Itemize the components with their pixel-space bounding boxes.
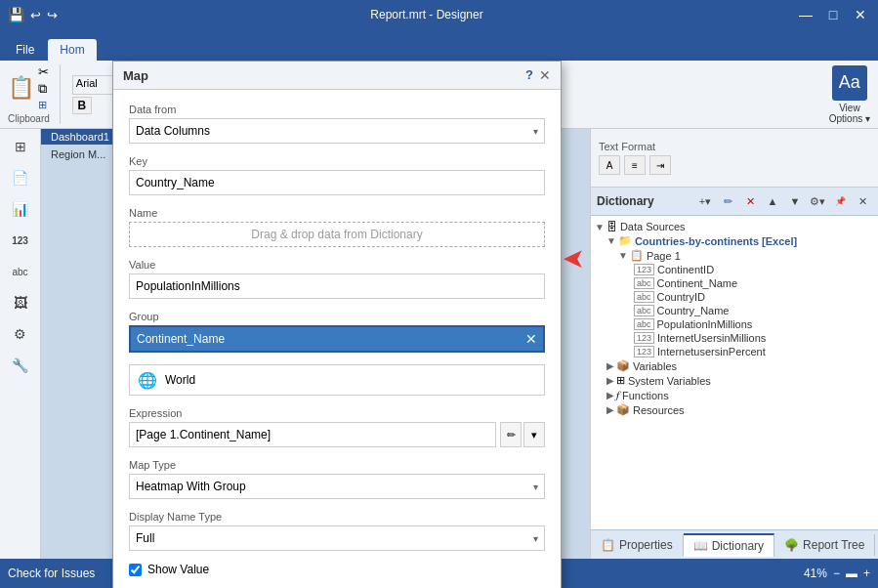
value-label: Value xyxy=(129,259,545,271)
tab-home[interactable]: Hom xyxy=(48,39,96,61)
name-placeholder: Drag & drop data from Dictionary xyxy=(251,228,422,241)
report-tree-icon: 🌳 xyxy=(784,538,799,552)
tree-item-field-continentname[interactable]: abc Continent_Name xyxy=(591,276,878,290)
left-sidebar: ⊞ 📄 📊 123 abc 🖼 ⚙ 🔧 xyxy=(0,129,41,559)
modal-close-button[interactable]: ✕ xyxy=(539,67,551,83)
dict-edit-button[interactable]: ✏ xyxy=(718,191,737,211)
dict-pin-button[interactable]: 📌 xyxy=(830,191,850,211)
sidebar-icon-grid[interactable]: ⊞ xyxy=(5,133,36,160)
tree-label-continentname: Continent_Name xyxy=(657,277,738,289)
data-from-value: Data Columns xyxy=(136,124,210,138)
dict-add-button[interactable]: +▾ xyxy=(695,191,715,211)
key-row: Key xyxy=(129,155,545,195)
expression-buttons: ✏ ▾ xyxy=(500,422,545,447)
undo-icon[interactable]: ↩ xyxy=(30,8,41,22)
tree-item-sysvariables[interactable]: ▶ ⊞ System Variables xyxy=(591,373,878,388)
tree-item-field-internetusers[interactable]: 123 InternetUsersinMillions xyxy=(591,331,878,345)
cut-button[interactable]: ✂ xyxy=(38,64,49,79)
data-from-select[interactable]: Data Columns ▾ xyxy=(129,118,545,144)
format-painter-button[interactable]: ⊞ xyxy=(38,99,49,111)
sidebar-icon-number[interactable]: 123 xyxy=(5,227,36,254)
modal-title: Map xyxy=(123,68,148,83)
sidebar-icon-chart[interactable]: 📊 xyxy=(5,195,36,223)
group-clear-button[interactable]: ✕ xyxy=(525,331,537,347)
expression-dropdown-button[interactable]: ▾ xyxy=(523,422,545,447)
view-options-icon[interactable]: Aa xyxy=(832,65,867,101)
tf-indent-button[interactable]: ⇥ xyxy=(649,155,671,175)
sidebar-icon-settings[interactable]: ⚙ xyxy=(5,320,36,348)
copy-button[interactable]: ⧉ xyxy=(38,81,49,97)
sidebar-icon-image[interactable]: 🖼 xyxy=(5,289,36,316)
name-drop-zone[interactable]: Drag & drop data from Dictionary xyxy=(129,222,545,247)
expression-row: Expression ✏ ▾ xyxy=(129,407,545,447)
maximize-button[interactable]: □ xyxy=(823,7,843,22)
paste-button[interactable]: 📋 xyxy=(8,75,34,101)
group-field[interactable]: Continent_Name ✕ xyxy=(129,325,545,353)
data-from-row: Data from Data Columns ▾ xyxy=(129,104,545,144)
dict-down-button[interactable]: ▼ xyxy=(785,191,805,211)
tf-align-button[interactable]: ≡ xyxy=(624,155,646,175)
sidebar-icon-tools[interactable]: 🔧 xyxy=(5,352,36,379)
check-issues-label[interactable]: Check for Issues xyxy=(8,567,95,580)
dict-more-button[interactable]: ⚙▾ xyxy=(808,191,827,211)
redo-icon[interactable]: ↪ xyxy=(47,8,58,22)
tree-item-field-continentid[interactable]: 123 ContinentID xyxy=(591,263,878,276)
minimize-button[interactable]: — xyxy=(796,7,815,22)
tab-properties[interactable]: 📋 Properties xyxy=(591,534,684,556)
tree-item-field-internetpercent[interactable]: 123 InternetusersinPercent xyxy=(591,345,878,358)
zoom-slider[interactable]: ▬ xyxy=(846,567,857,580)
close-button[interactable]: ✕ xyxy=(851,7,870,22)
tab-dictionary[interactable]: 📖 Dictionary xyxy=(684,533,774,557)
world-field[interactable]: 🌐 World xyxy=(129,364,545,396)
tab-file[interactable]: File xyxy=(4,39,46,61)
show-value-row: Show Value xyxy=(129,563,545,576)
display-name-type-value: Full xyxy=(136,531,154,545)
expression-label: Expression xyxy=(129,407,545,419)
tree-item-resources[interactable]: ▶ 📦 Resources xyxy=(591,402,878,417)
value-row: Value xyxy=(129,259,545,299)
dict-close-panel-button[interactable]: ✕ xyxy=(853,191,872,211)
world-row: 🌐 World xyxy=(129,364,545,396)
value-input[interactable] xyxy=(129,273,545,299)
tree-item-variables[interactable]: ▶ 📦 Variables xyxy=(591,358,878,373)
tree-label-page1: Page 1 xyxy=(647,250,681,262)
tree-item-page1[interactable]: ▼ 📋 Page 1 xyxy=(591,248,878,263)
modal-help-button[interactable]: ? xyxy=(525,67,533,83)
tree-item-field-countryname[interactable]: abc Country_Name xyxy=(591,304,878,317)
page-tab[interactable]: Dashboard1 xyxy=(41,129,119,145)
map-type-select[interactable]: Heatmap With Group ▾ xyxy=(129,474,545,499)
group-value: Continent_Name xyxy=(137,332,525,346)
name-label: Name xyxy=(129,207,545,219)
tab-report-tree[interactable]: 🌳 Report Tree xyxy=(774,534,875,556)
dictionary-icon: 📖 xyxy=(693,539,708,553)
tree-label-functions: Functions xyxy=(622,390,669,401)
dictionary-toolbar: +▾ ✏ ✕ ▲ ▼ ⚙▾ 📌 ✕ xyxy=(695,191,872,211)
expression-edit-button[interactable]: ✏ xyxy=(500,422,522,447)
tree-item-field-population[interactable]: abc PopulationInMillions xyxy=(591,317,878,331)
globe-icon: 🌐 xyxy=(138,371,157,390)
bottom-tabs: 📋 Properties 📖 Dictionary 🌳 Report Tree xyxy=(591,529,878,559)
tree-item-datasources[interactable]: ▼ 🗄 Data Sources xyxy=(591,220,878,233)
data-from-arrow: ▾ xyxy=(533,126,538,137)
tree-label-sysvariables: System Variables xyxy=(628,375,711,387)
zoom-in-button[interactable]: + xyxy=(863,567,870,580)
show-value-checkbox[interactable] xyxy=(129,564,142,576)
bold-button[interactable]: B xyxy=(72,97,92,114)
key-input[interactable] xyxy=(129,170,545,195)
save-icon[interactable]: 💾 xyxy=(8,7,24,22)
display-name-type-select[interactable]: Full ▾ xyxy=(129,525,545,551)
tree-label-internetpercent: InternetusersinPercent xyxy=(657,346,766,357)
sidebar-icon-page[interactable]: 📄 xyxy=(5,164,36,191)
expression-input[interactable] xyxy=(129,422,496,447)
tf-color-button[interactable]: A xyxy=(599,155,620,175)
text-format-bar: Text Format A ≡ ⇥ xyxy=(591,129,878,188)
tree-item-countries[interactable]: ▼ 📁 Countries-by-continents [Excel] xyxy=(591,233,878,248)
map-type-label: Map Type xyxy=(129,459,545,471)
dict-delete-button[interactable]: ✕ xyxy=(740,191,760,211)
tree-item-functions[interactable]: ▶ 𝑓 Functions xyxy=(591,388,878,402)
zoom-out-button[interactable]: − xyxy=(833,567,840,580)
sidebar-icon-abc[interactable]: abc xyxy=(5,258,36,285)
tree-item-field-countryid[interactable]: abc CountryID xyxy=(591,290,878,304)
title-bar: 💾 ↩ ↪ Report.mrt - Designer — □ ✕ xyxy=(0,0,878,29)
dict-up-button[interactable]: ▲ xyxy=(763,191,782,211)
